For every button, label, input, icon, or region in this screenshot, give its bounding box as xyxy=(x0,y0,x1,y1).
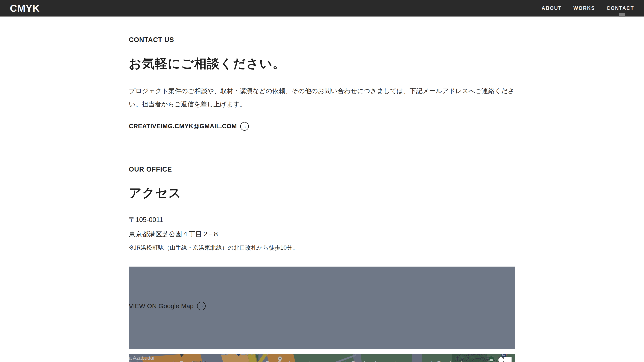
arrow-circle-icon: → xyxy=(197,302,206,310)
office-postal-code: 〒105-0011 xyxy=(129,216,515,224)
header-cursor-artifact xyxy=(619,13,625,17)
email-link-label: CREATIVEIMG.CMYK@GMAIL.COM xyxy=(129,123,237,130)
office-section-title: アクセス xyxy=(129,185,515,201)
office-address: 東京都港区芝公園４丁目２−８ xyxy=(129,230,515,239)
fullscreen-icon xyxy=(498,357,504,362)
office-section-eyebrow: OUR OFFICE xyxy=(129,165,515,173)
site-logo[interactable]: CMYK xyxy=(10,2,40,14)
main-nav: ABOUT WORKS CONTACT xyxy=(542,5,634,11)
contact-section-body: プロジェクト案件のご相談や、取材・講演などの依頼、その他のお問い合わせにつきまし… xyxy=(129,84,515,111)
map-dim-overlay xyxy=(129,354,515,362)
nav-item-about[interactable]: ABOUT xyxy=(542,5,562,11)
contact-section-title: お気軽にご相談ください。 xyxy=(129,56,515,71)
nav-item-contact[interactable]: CONTACT xyxy=(607,5,634,11)
site-header: CMYK ABOUT WORKS CONTACT xyxy=(0,0,644,16)
contact-section-eyebrow: CONTACT US xyxy=(129,36,515,44)
email-link[interactable]: CREATIVEIMG.CMYK@GMAIL.COM → xyxy=(129,122,249,134)
google-map-link-label: VIEW ON Google Map xyxy=(129,302,194,310)
main-content: CONTACT US お気軽にご相談ください。 プロジェクト案件のご相談や、取材… xyxy=(129,36,515,362)
office-access-note: ※JR浜松町駅（山手線・京浜東北線）の北口改札から徒歩10分。 xyxy=(129,244,515,252)
arrow-circle-icon: → xyxy=(240,122,249,131)
google-map-embed[interactable]: For development purposes onlyFor develop… xyxy=(129,354,515,362)
nav-item-works[interactable]: WORKS xyxy=(573,5,595,11)
fullscreen-button[interactable] xyxy=(498,357,512,362)
google-map-link[interactable]: VIEW ON Google Map → xyxy=(129,267,515,349)
